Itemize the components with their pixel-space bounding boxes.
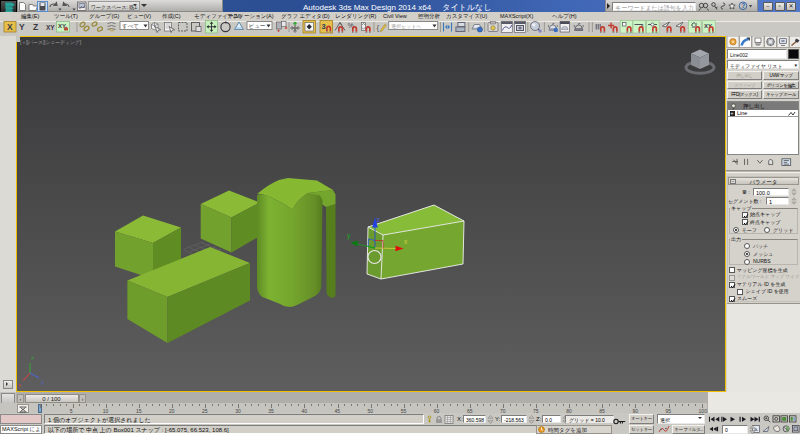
svg-text:x: x [18, 382, 21, 388]
svg-text:選択セットへ: 選択セットへ [391, 23, 421, 29]
svg-text:?: ? [741, 2, 745, 9]
svg-text:y: y [41, 379, 44, 385]
svg-text:Z: Z [33, 22, 38, 32]
svg-text:z: z [31, 355, 34, 361]
svg-text:Y: Y [19, 22, 25, 32]
svg-text:XY: XY [46, 24, 55, 31]
svg-text:{: { [377, 23, 380, 32]
svg-text:z: z [377, 216, 380, 223]
svg-text:X: X [7, 22, 13, 32]
svg-text:ビュー: ビュー [249, 23, 266, 29]
svg-text:y: y [347, 232, 351, 240]
svg-text:すべて: すべて [122, 23, 139, 30]
svg-text:3: 3 [322, 22, 326, 31]
